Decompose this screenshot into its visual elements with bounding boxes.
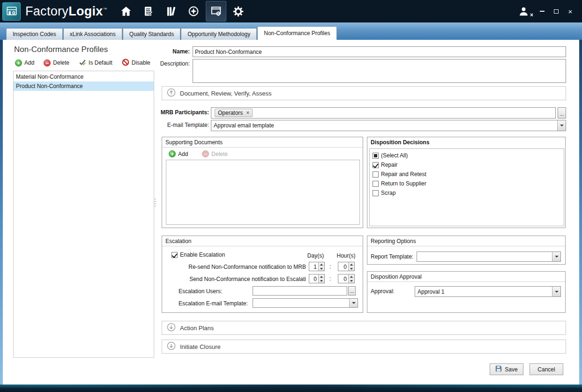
profile-item-selected[interactable]: Product Non-Conformance <box>14 81 154 91</box>
production-documents-icon[interactable] <box>138 1 159 22</box>
add-label: Add <box>24 59 34 66</box>
spin-down-icon[interactable] <box>319 279 324 283</box>
panel-splitter[interactable] <box>154 196 156 209</box>
dropdown-chevron-icon[interactable] <box>349 299 358 307</box>
email-template-combo[interactable]: Approval email template <box>211 120 566 131</box>
add-icon: + <box>15 59 22 67</box>
escalation-group: Escalation Enable Escalation Day(s) Hour… <box>162 236 363 313</box>
description-label: Description: <box>143 60 190 67</box>
is-default-check-icon <box>79 59 86 67</box>
section-label: Document, Review, Verify, Assess <box>180 90 272 97</box>
colon-separator: : <box>329 263 331 270</box>
approval-label: Approval: <box>371 288 395 295</box>
delete-icon-disabled: − <box>202 150 209 157</box>
library-books-icon[interactable] <box>161 1 181 22</box>
enable-escalation-checkbox[interactable] <box>172 252 178 258</box>
add-profile-button[interactable]: + Add <box>15 59 34 67</box>
collapse-down-icon <box>167 323 176 333</box>
profile-item[interactable]: Material Non-Conformance <box>14 72 154 81</box>
spin-up-icon[interactable] <box>349 274 354 279</box>
name-input[interactable] <box>193 46 566 57</box>
mrb-tags: Operators × <box>211 108 555 118</box>
report-template-combo[interactable] <box>417 251 561 262</box>
escalation-template-label: Escalation E-mail Template: <box>179 300 248 307</box>
dropdown-chevron-icon[interactable] <box>552 287 560 296</box>
send-days-value: 0 <box>309 274 318 283</box>
approval-combo[interactable]: Approval 1 <box>415 286 561 297</box>
tab-quality-standards[interactable]: Quality Standards <box>123 28 180 40</box>
section-action-plans[interactable]: Action Plans <box>162 321 566 335</box>
cancel-button[interactable]: Cancel <box>530 363 563 375</box>
cancel-label: Cancel <box>537 366 555 373</box>
spin-up-icon[interactable] <box>349 262 354 266</box>
section-label: Initiate Closure <box>180 343 221 350</box>
tab-xlink-associations[interactable]: xLink Associations <box>63 28 122 40</box>
delete-profile-button[interactable]: − Delete <box>44 59 69 67</box>
collapse-up-icon <box>167 88 176 98</box>
description-input[interactable] <box>193 59 566 83</box>
maximize-icon <box>554 9 559 14</box>
decision-label: Repair and Retest <box>381 171 426 178</box>
tab-non-conformance-profiles[interactable]: Non-Conformance Profiles <box>257 26 336 40</box>
home-icon[interactable] <box>116 1 136 22</box>
is-default-button[interactable]: Is Default <box>79 59 112 67</box>
decision-label: Scrap <box>381 190 395 196</box>
spin-down-icon[interactable] <box>349 266 354 271</box>
is-default-label: Is Default <box>89 59 112 66</box>
mrb-participants-more-button[interactable]: ... <box>558 107 566 118</box>
supporting-documents-list[interactable] <box>166 160 360 225</box>
signout-x-icon: × <box>530 12 533 18</box>
collapse-down-icon <box>167 341 176 352</box>
dropdown-chevron-icon[interactable] <box>552 252 560 261</box>
navigator-compass-icon[interactable] <box>183 1 204 22</box>
send-notification-label: Send Non-Conformance notification to Esc… <box>166 276 306 282</box>
email-template-value: Approval email template <box>211 120 557 131</box>
tab-label: xLink Associations <box>70 31 116 37</box>
save-button[interactable]: Save <box>490 363 523 375</box>
section-document-review-verify-assess[interactable]: Document, Review, Verify, Assess <box>162 86 566 100</box>
configuration-icon[interactable] <box>206 1 226 22</box>
return-to-supplier-checkbox[interactable] <box>373 181 379 187</box>
user-signout-icon[interactable]: × <box>516 4 530 18</box>
spin-down-icon[interactable] <box>349 279 354 283</box>
reporting-options-group: Reporting Options Report Template: <box>367 236 566 265</box>
maximize-button[interactable] <box>553 8 560 15</box>
minimize-button[interactable] <box>539 8 545 15</box>
brand-logix: Logix <box>68 4 103 18</box>
titlebar-right: × × <box>516 4 574 18</box>
repair-and-retest-checkbox[interactable] <box>373 171 379 178</box>
dropdown-chevron-icon[interactable] <box>557 120 566 131</box>
tab-bar: Inspection Codes xLink Associations Qual… <box>0 22 582 40</box>
mrb-participants-field[interactable]: Operators × <box>211 107 556 118</box>
spin-up-icon[interactable] <box>319 274 324 279</box>
resend-days-value: 1 <box>309 262 318 271</box>
delete-icon: − <box>44 59 51 67</box>
repair-checkbox[interactable] <box>373 162 379 168</box>
decision-row: (Select All) <box>373 151 564 160</box>
escalation-users-more-button[interactable]: ... <box>348 286 356 296</box>
colon-separator: : <box>329 275 331 282</box>
tab-opportunity-methodology[interactable]: Opportunity Methodology <box>181 28 257 40</box>
brand-factory: Factory <box>25 4 68 18</box>
tab-label: Quality Standards <box>129 31 174 37</box>
close-icon: × <box>568 8 573 15</box>
send-days-spinner: 0 <box>309 274 325 283</box>
spin-down-icon[interactable] <box>319 266 324 271</box>
resend-hours-spinner: 0 <box>338 262 355 271</box>
spin-up-icon[interactable] <box>319 262 324 266</box>
settings-gear-icon[interactable] <box>228 1 249 22</box>
profiles-list: Material Non-Conformance Product Non-Con… <box>13 71 154 358</box>
add-document-button[interactable]: + Add <box>169 150 188 157</box>
add-document-label: Add <box>178 151 188 157</box>
tag-remove-icon[interactable]: × <box>246 110 249 116</box>
scrap-checkbox[interactable] <box>373 190 379 196</box>
select-all-checkbox[interactable] <box>373 153 379 159</box>
close-button[interactable]: × <box>567 8 574 15</box>
section-initiate-closure[interactable]: Initiate Closure <box>162 340 566 354</box>
escalation-users-input[interactable] <box>253 286 347 296</box>
resend-hours-value: 0 <box>338 262 348 271</box>
days-header: Day(s) <box>305 252 326 259</box>
escalation-template-combo[interactable] <box>253 298 358 308</box>
decision-row: Repair <box>373 160 564 170</box>
tab-inspection-codes[interactable]: Inspection Codes <box>6 28 63 40</box>
